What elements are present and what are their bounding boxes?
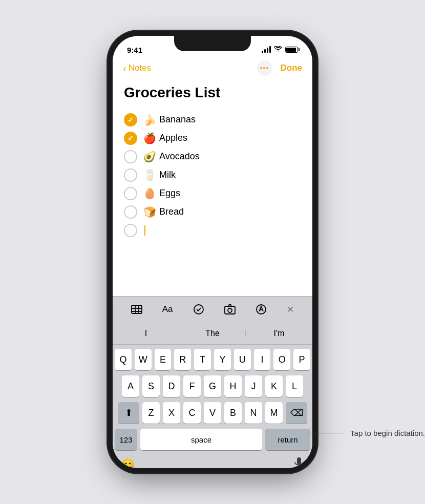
checkbox-1[interactable]: ✓ [124, 113, 137, 127]
key-d[interactable]: D [163, 375, 180, 397]
key-u[interactable]: U [234, 349, 251, 370]
list-item: ✓ 🍎 Apples [124, 129, 301, 148]
callout-text: Tap to begin dictation. [350, 429, 425, 437]
close-toolbar-button[interactable]: ✕ [285, 302, 296, 317]
item-label-3: Avocados [159, 151, 200, 162]
key-t[interactable]: T [194, 349, 211, 370]
item-text-5: 🥚 Eggs [143, 187, 180, 200]
key-w[interactable]: W [135, 349, 152, 370]
autocomplete-word-1[interactable]: I [113, 329, 179, 338]
key-r[interactable]: R [174, 349, 191, 370]
item-text-4: 🥛 Milk [143, 169, 176, 181]
item-text-1: 🍌 Bananas [143, 114, 196, 126]
more-button[interactable]: ••• [257, 60, 272, 76]
item-label-1: Bananas [159, 114, 196, 125]
return-button[interactable]: return [265, 429, 310, 450]
svg-point-7 [228, 308, 232, 312]
keyboard-row-4: 123 space return [115, 429, 310, 450]
autocomplete-word-2[interactable]: The [179, 329, 246, 338]
item-text-2: 🍎 Apples [143, 132, 187, 144]
bread-emoji: 🍞 [143, 206, 156, 218]
autocomplete-word-3[interactable]: I'm [246, 329, 312, 338]
item-label-6: Bread [159, 206, 184, 217]
format-text-label: Aa [162, 304, 173, 314]
key-g[interactable]: G [204, 375, 221, 397]
emoji-button[interactable]: 😊 [121, 458, 135, 469]
milk-emoji: 🥛 [143, 169, 156, 181]
checkbox-7[interactable] [124, 224, 137, 237]
nav-right-buttons: ••• Done [257, 60, 303, 76]
key-v[interactable]: V [204, 402, 221, 424]
keyboard-row-3: ⬆ Z X C V B N M ⌫ [115, 402, 310, 424]
key-n[interactable]: N [245, 402, 262, 424]
key-k[interactable]: K [265, 375, 283, 397]
key-y[interactable]: Y [214, 349, 231, 370]
svg-point-5 [194, 305, 203, 314]
shift-button[interactable]: ⬆ [118, 402, 139, 424]
numbers-button[interactable]: 123 [115, 429, 137, 450]
note-content: Groceries List ✓ 🍌 Bananas [113, 80, 312, 240]
chevron-left-icon: ‹ [123, 62, 126, 74]
back-label: Notes [129, 63, 151, 73]
phone-frame: 9:41 [113, 36, 312, 468]
camera-button[interactable] [222, 302, 238, 317]
key-z[interactable]: Z [142, 402, 160, 424]
list-item: 🥚 Eggs [124, 184, 301, 203]
markup-button[interactable] [253, 302, 269, 317]
space-button[interactable]: space [140, 429, 262, 450]
list-item: 🥛 Milk [124, 166, 301, 184]
delete-icon: ⌫ [290, 407, 303, 418]
checklist-button[interactable] [191, 302, 206, 317]
key-e[interactable]: E [155, 349, 172, 370]
svg-rect-0 [132, 305, 142, 313]
format-text-button[interactable]: Aa [160, 302, 175, 317]
checkmark-icon: ✓ [128, 116, 134, 124]
callout-line [309, 433, 345, 433]
banana-emoji: 🍌 [143, 114, 156, 126]
ellipsis-icon: ••• [260, 64, 269, 72]
formatting-toolbar: Aa [113, 296, 312, 322]
list-item: 🍞 Bread [124, 203, 301, 221]
key-f[interactable]: F [183, 375, 201, 397]
avocado-emoji: 🥑 [143, 151, 156, 163]
egg-emoji: 🥚 [143, 187, 156, 200]
checkbox-4[interactable] [124, 169, 137, 182]
dictation-callout: Tap to begin dictation. [309, 429, 425, 437]
checkbox-6[interactable] [124, 205, 137, 219]
key-p[interactable]: P [293, 349, 310, 370]
keyboard-row-1: Q W E R T Y U I O P [115, 349, 310, 370]
dictation-button[interactable] [294, 457, 304, 468]
wifi-icon [274, 46, 282, 54]
key-o[interactable]: O [273, 349, 290, 370]
key-i[interactable]: I [254, 349, 271, 370]
checklist: ✓ 🍌 Bananas ✓ [124, 111, 301, 240]
battery-icon [285, 47, 298, 53]
autocomplete-bar: I The I'm [113, 322, 312, 345]
key-a[interactable]: A [122, 375, 139, 397]
key-x[interactable]: X [163, 402, 180, 424]
status-time: 9:41 [127, 46, 142, 54]
key-b[interactable]: B [224, 402, 242, 424]
text-cursor [144, 225, 145, 236]
checkbox-5[interactable] [124, 187, 137, 200]
delete-button[interactable]: ⌫ [286, 402, 307, 424]
key-c[interactable]: C [183, 402, 201, 424]
checkbox-3[interactable] [124, 150, 137, 163]
notch [174, 36, 251, 51]
svg-rect-10 [297, 457, 301, 465]
key-l[interactable]: L [286, 375, 303, 397]
back-button[interactable]: ‹ Notes [123, 62, 151, 74]
key-j[interactable]: J [245, 375, 262, 397]
note-title[interactable]: Groceries List [124, 84, 301, 101]
key-m[interactable]: M [265, 402, 283, 424]
done-button[interactable]: Done [281, 63, 303, 73]
status-icons [262, 46, 298, 54]
checkbox-2[interactable]: ✓ [124, 132, 137, 145]
table-button[interactable] [129, 302, 144, 317]
cursor-line[interactable] [124, 221, 301, 240]
key-q[interactable]: Q [115, 349, 132, 370]
signal-icon [262, 47, 271, 53]
key-s[interactable]: S [142, 375, 160, 397]
key-h[interactable]: H [224, 375, 242, 397]
item-text-6: 🍞 Bread [143, 206, 184, 218]
